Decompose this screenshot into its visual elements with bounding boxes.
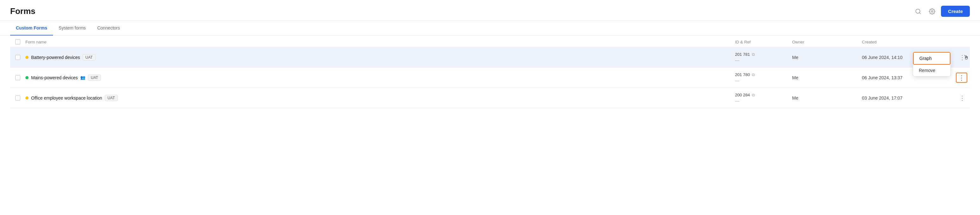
settings-button[interactable] xyxy=(927,6,937,16)
row-3-id-number: 200 284 xyxy=(735,93,750,97)
table: Form name ID & Ref Owner Created Battery… xyxy=(0,35,980,108)
row-1-ref: — xyxy=(735,58,792,63)
tab-system-forms[interactable]: System forms xyxy=(53,21,92,35)
page: Forms Create Custom Forms System forms C… xyxy=(0,0,980,215)
tab-connectors[interactable]: Connectors xyxy=(91,21,126,35)
row-2-ref: — xyxy=(735,78,792,83)
row-1-dropdown-menu: Graph Remove xyxy=(913,52,951,76)
column-form-name: Form name xyxy=(25,40,735,44)
row-2-id-number: 201 780 xyxy=(735,72,750,77)
table-header: Form name ID & Ref Owner Created xyxy=(10,35,970,47)
row-1-id-number: 201 781 xyxy=(735,52,750,57)
row-3-copy-icon[interactable]: ⧉ xyxy=(752,93,755,98)
row-3-form-name-cell: Office employee workspace location UAT xyxy=(25,90,735,106)
select-all-checkbox[interactable] xyxy=(15,40,20,44)
row-1-form-name: Battery-powered devices xyxy=(31,55,80,60)
row-2-checkbox-cell xyxy=(10,75,25,80)
row-2-status-dot xyxy=(25,76,29,79)
table-row: Battery-powered devices UAT 201 781 ⧉ — … xyxy=(10,47,970,68)
row-3-more-button[interactable]: ⋮ xyxy=(957,93,967,103)
row-1-checkbox-cell xyxy=(10,55,25,60)
row-3-id-ref-cell: 200 284 ⧉ — xyxy=(735,88,792,108)
row-3-ref: — xyxy=(735,98,792,103)
row-1-tag: UAT xyxy=(83,54,95,60)
row-3-checkbox-cell xyxy=(10,95,25,101)
row-1-id-row: 201 781 ⧉ xyxy=(735,52,792,57)
row-2-group-icon: 👥 xyxy=(80,75,85,80)
page-title: Forms xyxy=(10,6,35,16)
row-1-checkbox[interactable] xyxy=(15,55,20,60)
row-1-more-button[interactable]: ⋮ xyxy=(957,53,967,62)
row-1-form-name-cell: Battery-powered devices UAT xyxy=(25,50,735,65)
row-2-copy-icon[interactable]: ⧉ xyxy=(752,72,755,77)
row-2-owner: Me xyxy=(792,71,862,85)
table-row: Office employee workspace location UAT 2… xyxy=(10,88,970,108)
header: Forms Create xyxy=(0,0,980,21)
row-2-id-ref-cell: 201 780 ⧉ — xyxy=(735,68,792,87)
row-2-more-button[interactable]: ⋮ xyxy=(956,73,967,83)
row-3-id-row: 200 284 ⧉ xyxy=(735,93,792,98)
dropdown-item-remove[interactable]: Remove xyxy=(913,65,950,76)
row-3-created: 03 June 2024, 17:07 xyxy=(862,91,945,105)
column-id-ref: ID & Ref xyxy=(735,40,792,44)
column-created: Created xyxy=(862,40,945,44)
column-owner: Owner xyxy=(792,40,862,44)
row-3-actions-cell: ⋮ xyxy=(945,89,970,107)
search-button[interactable] xyxy=(913,6,923,16)
row-1-owner: Me xyxy=(792,51,862,64)
row-3-checkbox[interactable] xyxy=(15,95,20,101)
header-checkbox-cell xyxy=(10,40,25,44)
row-2-form-name-cell: Mains-powered devices 👥 UAT xyxy=(25,70,735,85)
header-actions: Create xyxy=(913,6,970,17)
row-3-form-name: Office employee workspace location xyxy=(31,95,102,101)
tabs: Custom Forms System forms Connectors xyxy=(0,21,980,35)
svg-line-1 xyxy=(920,13,921,14)
row-2-tag: UAT xyxy=(88,74,101,81)
tab-custom-forms[interactable]: Custom Forms xyxy=(10,21,53,35)
row-1-actions-cell: Graph Remove 🖱 ⋮ xyxy=(945,49,970,66)
row-1-id-ref-cell: 201 781 ⧉ — xyxy=(735,47,792,67)
row-2-form-name: Mains-powered devices xyxy=(31,75,78,80)
row-2-id-row: 201 780 ⧉ xyxy=(735,72,792,77)
row-1-copy-icon[interactable]: ⧉ xyxy=(752,52,755,57)
row-3-owner: Me xyxy=(792,91,862,105)
row-1-status-dot xyxy=(25,56,29,59)
row-2-checkbox[interactable] xyxy=(15,75,20,80)
table-row: Mains-powered devices 👥 UAT 201 780 ⧉ — … xyxy=(10,68,970,88)
dropdown-item-graph[interactable]: Graph xyxy=(913,52,950,65)
row-3-tag: UAT xyxy=(105,95,118,101)
row-3-status-dot xyxy=(25,96,29,100)
create-button[interactable]: Create xyxy=(941,6,970,17)
svg-point-2 xyxy=(931,11,933,12)
